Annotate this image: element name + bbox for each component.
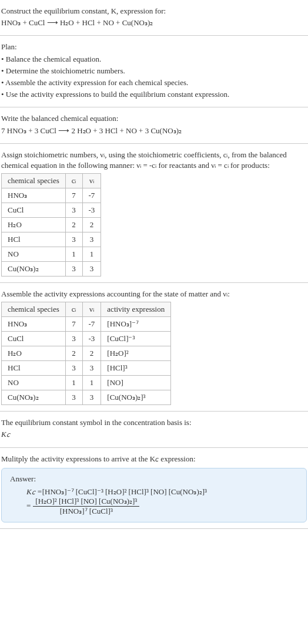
col-vi: νᵢ [82,174,101,188]
activity-section: Assemble the activity expressions accoun… [0,283,308,412]
equals-sign: = [26,501,31,511]
answer-equation: K𝘤 = [HNO₃]⁻⁷ [CuCl]⁻³ [H₂O]² [HCl]³ [NO… [26,487,298,516]
col-species: chemical species [2,302,66,317]
cell-species: CuCl [2,332,66,346]
table-row: CuCl3-3 [2,203,101,218]
plan-section: Plan: • Balance the chemical equation. •… [0,36,308,107]
cell-ci: 3 [65,262,82,277]
balanced-eqn-section: Write the balanced chemical equation: 7 … [0,107,308,143]
cell-species: NO [2,376,66,390]
cell-ci: 1 [65,376,82,390]
cell-vi: 3 [82,361,101,376]
cell-vi: -7 [82,317,101,332]
cell-activity: [NO] [101,376,171,390]
cell-ci: 3 [65,232,82,247]
cell-activity: [H₂O]² [101,346,171,361]
cell-vi: 2 [82,346,101,361]
answer-line-1: K𝘤 = [HNO₃]⁻⁷ [CuCl]⁻³ [H₂O]² [HCl]³ [NO… [26,487,298,497]
cell-vi: 3 [82,262,101,277]
cell-species: HCl [2,232,66,247]
col-ci: cᵢ [65,174,82,188]
table-row: Cu(NO₃)₂33 [2,262,101,277]
answer-box: Answer: K𝘤 = [HNO₃]⁻⁷ [CuCl]⁻³ [H₂O]² [H… [1,468,307,522]
table-row: NO11 [2,247,101,262]
cell-vi: -7 [82,188,101,203]
cell-activity: [HCl]³ [101,361,171,376]
symbol-section: The equilibrium constant symbol in the c… [0,412,308,447]
cell-ci: 1 [65,247,82,262]
cell-vi: 1 [82,376,101,390]
balanced-eqn: 7 HNO₃ + 3 CuCl ⟶ 2 H₂O + 3 HCl + NO + 3… [1,126,307,136]
cell-vi: 3 [82,232,101,247]
balanced-eqn-heading: Write the balanced chemical equation: [1,113,307,124]
cell-activity: [CuCl]⁻³ [101,332,171,346]
prompt-line-1: Construct the equilibrium constant, K, e… [1,6,307,16]
plan-bullet-2: • Determine the stoichiometric numbers. [1,66,307,76]
answer-label: Answer: [10,474,298,484]
answer-line-2: = [H₂O]² [HCl]³ [NO] [Cu(NO₃)₂]³ [HNO₃]⁷… [26,497,298,516]
symbol-kc: K𝘤 [1,429,307,440]
plan-bullet-3: • Assemble the activity expression for e… [1,77,307,88]
denominator: [HNO₃]⁷ [CuCl]³ [33,507,139,516]
col-ci: cᵢ [65,302,82,317]
stoich-paragraph: Assign stoichiometric numbers, νᵢ, using… [1,150,307,171]
cell-vi: 1 [82,247,101,262]
cell-ci: 3 [65,361,82,376]
cell-ci: 3 [65,203,82,218]
plan-bullet-1: • Balance the chemical equation. [1,54,307,65]
kc-product: [HNO₃]⁻⁷ [CuCl]⁻³ [H₂O]² [HCl]³ [NO] [Cu… [42,487,207,497]
cell-species: HNO₃ [2,188,66,203]
cell-vi: -3 [82,203,101,218]
cell-ci: 7 [65,317,82,332]
cell-activity: [Cu(NO₃)₂]³ [101,390,171,405]
cell-species: CuCl [2,203,66,218]
kc-lhs: K𝘤 = [26,487,42,497]
cell-ci: 2 [65,346,82,361]
table-row: HNO₃7-7[HNO₃]⁻⁷ [2,317,171,332]
cell-species: Cu(NO₃)₂ [2,262,66,277]
cell-ci: 3 [65,332,82,346]
fraction: [H₂O]² [HCl]³ [NO] [Cu(NO₃)₂]³ [HNO₃]⁷ [… [33,497,139,516]
table-row: H₂O22[H₂O]² [2,346,171,361]
cell-vi: 2 [82,218,101,232]
prompt-section: Construct the equilibrium constant, K, e… [0,0,308,36]
table-row: Cu(NO₃)₂33[Cu(NO₃)₂]³ [2,390,171,405]
cell-ci: 2 [65,218,82,232]
cell-species: Cu(NO₃)₂ [2,390,66,405]
table-row: CuCl3-3[CuCl]⁻³ [2,332,171,346]
cell-ci: 3 [65,390,82,405]
cell-vi: -3 [82,332,101,346]
table-row: NO11[NO] [2,376,171,390]
cell-ci: 7 [65,188,82,203]
expression-paragraph: Mulitply the activity expressions to arr… [1,454,307,464]
col-vi: νᵢ [82,302,101,317]
cell-species: HCl [2,361,66,376]
activity-table: chemical species cᵢ νᵢ activity expressi… [1,302,171,405]
stoich-table: chemical species cᵢ νᵢ HNO₃7-7 CuCl3-3 H… [1,173,101,277]
table-header-row: chemical species cᵢ νᵢ activity expressi… [2,302,171,317]
table-row: HCl33 [2,232,101,247]
cell-species: H₂O [2,346,66,361]
symbol-text: The equilibrium constant symbol in the c… [1,417,307,428]
plan-bullet-4: • Use the activity expressions to build … [1,89,307,100]
col-species: chemical species [2,174,66,188]
table-row: HNO₃7-7 [2,188,101,203]
plan-heading: Plan: [1,42,307,52]
activity-paragraph: Assemble the activity expressions accoun… [1,289,307,299]
table-header-row: chemical species cᵢ νᵢ [2,174,101,188]
numerator: [H₂O]² [HCl]³ [NO] [Cu(NO₃)₂]³ [33,497,139,507]
stoich-section: Assign stoichiometric numbers, νᵢ, using… [0,144,308,283]
table-row: H₂O22 [2,218,101,232]
cell-species: NO [2,247,66,262]
cell-species: HNO₃ [2,317,66,332]
expression-section: Mulitply the activity expressions to arr… [0,448,308,529]
table-row: HCl33[HCl]³ [2,361,171,376]
cell-vi: 3 [82,390,101,405]
col-activity: activity expression [101,302,171,317]
prompt-equation: HNO₃ + CuCl ⟶ H₂O + HCl + NO + Cu(NO₃)₂ [1,18,307,28]
cell-species: H₂O [2,218,66,232]
cell-activity: [HNO₃]⁻⁷ [101,317,171,332]
